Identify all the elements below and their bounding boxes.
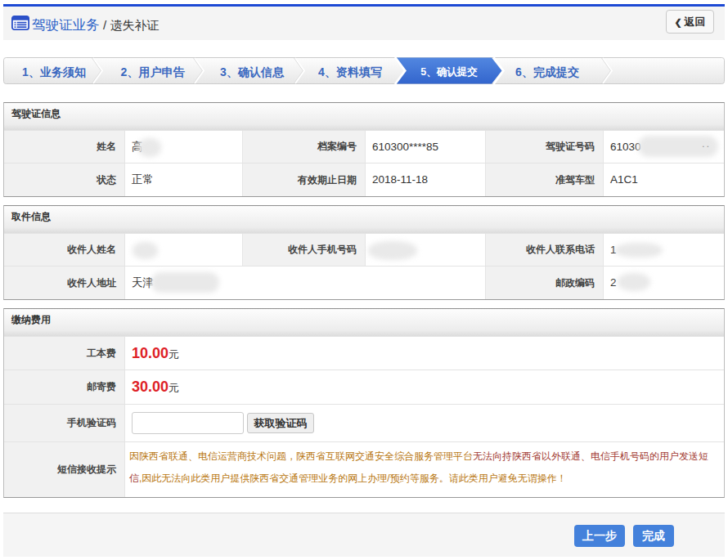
svg-text:4、资料填写: 4、资料填写	[318, 65, 382, 78]
svg-text:1、业务须知: 1、业务须知	[22, 65, 86, 78]
svg-text:3、确认信息: 3、确认信息	[220, 65, 285, 78]
svg-text:6、完成提交: 6、完成提交	[515, 65, 579, 78]
svg-text:5、确认提交: 5、确认提交	[420, 66, 478, 78]
svg-text:2、用户申告: 2、用户申告	[121, 65, 186, 78]
